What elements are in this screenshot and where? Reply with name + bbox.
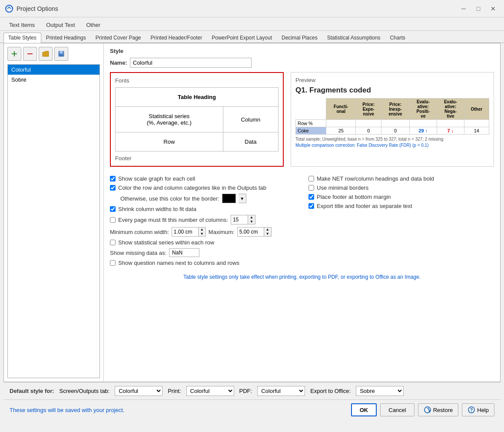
restore-button[interactable]: Restore xyxy=(418,403,459,416)
col-header-price-exp: Price:Expe-nsive xyxy=(356,99,381,120)
col-header-eval-neg: Evalu-ative:Nega-tive xyxy=(437,99,464,120)
color-row-col-row: Color the row and column categories like… xyxy=(110,185,295,191)
sub-tab-decimal-places[interactable]: Decimal Places xyxy=(277,33,322,43)
every-page-columns-input-group: ▲ ▼ xyxy=(231,215,255,224)
ok-button[interactable]: OK xyxy=(351,403,377,416)
min-col-width-label: Minimum column width: xyxy=(110,229,169,235)
sub-tab-bar: Table Styles Printed Headings Printed Co… xyxy=(0,31,504,43)
row-cell[interactable]: Row xyxy=(116,132,223,152)
help-label: Help xyxy=(477,407,489,413)
app-icon xyxy=(5,5,13,13)
sub-tab-printed-header-footer[interactable]: Printed Header/Footer xyxy=(146,33,207,43)
preview-footer1: Total sample; Unweighted; base n = from … xyxy=(295,136,489,142)
data-coke-other: 14 xyxy=(464,127,489,135)
save-style-button[interactable] xyxy=(54,47,68,61)
data-coke-functional: 25 xyxy=(326,127,356,135)
show-question-names-label: Show question names next to columns and … xyxy=(118,260,239,266)
every-page-columns-up[interactable]: ▲ xyxy=(248,215,255,220)
options-two-col: Show scale graph for each cell Color the… xyxy=(110,173,494,269)
minimize-button[interactable]: ─ xyxy=(458,3,469,14)
sub-tab-printed-headings[interactable]: Printed Headings xyxy=(41,33,91,43)
table-heading-cell[interactable]: Table Heading xyxy=(116,88,279,107)
tab-output-text[interactable]: Output Text xyxy=(40,19,80,30)
min-col-width-up[interactable]: ▲ xyxy=(199,228,206,232)
data-coke-price-exp: 0 xyxy=(356,127,381,135)
col-sub-other xyxy=(464,120,489,127)
col-sub-eval-neg xyxy=(437,120,464,127)
place-footer-checkbox[interactable] xyxy=(308,194,314,200)
sub-tab-charts[interactable]: Charts xyxy=(385,33,410,43)
make-net-bold-checkbox[interactable] xyxy=(308,176,314,181)
border-color-swatch[interactable] xyxy=(222,194,236,203)
max-label: Maximum: xyxy=(209,229,235,235)
use-minimal-borders-label: Use minimal borders xyxy=(317,185,368,191)
max-col-width-input[interactable] xyxy=(237,227,264,237)
maximize-button[interactable]: □ xyxy=(473,3,484,14)
shrink-col-widths-row: Shrink column widths to fit data xyxy=(110,206,295,212)
sub-tab-ppt-export-layout[interactable]: PowerPoint Export Layout xyxy=(207,33,277,43)
close-button[interactable]: ✕ xyxy=(487,3,499,14)
pdf-combo[interactable]: Colorful Sobre xyxy=(257,386,305,396)
style-list-item-colorful[interactable]: Colorful xyxy=(8,65,99,75)
help-button[interactable]: ? Help xyxy=(462,403,494,416)
remove-style-button[interactable] xyxy=(23,47,37,61)
min-col-width-input[interactable] xyxy=(172,227,199,237)
every-page-columns-down[interactable]: ▼ xyxy=(248,220,255,224)
use-minimal-borders-checkbox[interactable] xyxy=(308,185,314,191)
show-scale-graph-checkbox[interactable] xyxy=(110,176,116,181)
col-sub-price-inexp xyxy=(381,120,409,127)
max-col-width-down[interactable]: ▼ xyxy=(264,232,271,236)
style-list: Colorful Sobre xyxy=(7,64,100,378)
fonts-box: Fonts Table Heading Statistical series(%… xyxy=(110,72,284,167)
every-page-columns-input[interactable] xyxy=(231,215,248,224)
right-panel: Style Name: Fonts Table Heading xyxy=(104,43,500,382)
export-title-row: Export title and footer as separate text xyxy=(308,203,494,209)
export-to-office-combo[interactable]: Sobre Colorful xyxy=(356,386,404,396)
svg-rect-2 xyxy=(12,53,17,54)
tab-other[interactable]: Other xyxy=(81,19,106,30)
data-coke-eval-pos: 29 ↑ xyxy=(409,127,437,135)
style-section-header: Style xyxy=(110,48,494,54)
add-style-button[interactable] xyxy=(7,47,21,61)
statistical-series-cell[interactable]: Statistical series(%, Average, etc.) xyxy=(116,107,223,132)
print-combo[interactable]: Colorful Sobre xyxy=(186,386,234,396)
tab-text-items[interactable]: Text Items xyxy=(3,19,40,30)
color-row-col-checkbox[interactable] xyxy=(110,185,116,191)
footer-label: Footer xyxy=(115,155,279,162)
min-col-width-down[interactable]: ▼ xyxy=(199,232,206,236)
style-name-input[interactable] xyxy=(130,58,252,68)
restore-label: Restore xyxy=(433,407,453,413)
border-color-dropdown[interactable]: ▼ xyxy=(239,194,246,203)
svg-point-7 xyxy=(424,407,431,413)
show-stat-series-label: Show statistical series within each row xyxy=(118,239,214,246)
svg-text:?: ? xyxy=(470,408,473,412)
data-cell[interactable]: Data xyxy=(223,132,278,152)
svg-rect-5 xyxy=(60,51,63,53)
border-color-row: Otherwise, use this color for the border… xyxy=(120,194,295,203)
title-bar: Project Options ─ □ ✕ xyxy=(0,0,504,17)
cancel-button[interactable]: Cancel xyxy=(380,403,414,416)
style-list-item-sobre[interactable]: Sobre xyxy=(8,75,99,85)
max-col-width-up[interactable]: ▲ xyxy=(264,228,271,232)
screen-outputs-combo[interactable]: Colorful Sobre xyxy=(115,386,162,396)
col-header-eval-pos: Evalu-ative:Positi-ve xyxy=(409,99,437,120)
export-title-label: Export title and footer as separate text xyxy=(317,203,412,209)
column-cell[interactable]: Column xyxy=(223,107,278,132)
style-toolbar xyxy=(7,47,100,61)
min-col-width-input-group: ▲ ▼ xyxy=(172,227,206,237)
show-question-names-checkbox[interactable] xyxy=(110,260,116,266)
use-minimal-borders-row: Use minimal borders xyxy=(308,185,494,191)
every-page-fit-checkbox[interactable] xyxy=(110,217,116,223)
sub-tab-printed-cover-page[interactable]: Printed Cover Page xyxy=(91,33,146,43)
sub-tab-statistical-assumptions[interactable]: Statistical Assumptions xyxy=(322,33,385,43)
export-title-checkbox[interactable] xyxy=(308,203,314,209)
preview-table: Functi-onal Price:Expe-nsive Price:Inexp… xyxy=(295,98,489,135)
shrink-col-widths-checkbox[interactable] xyxy=(110,206,116,212)
missing-data-input[interactable] xyxy=(169,248,199,257)
screen-outputs-label: Screen/Outputs tab: xyxy=(60,388,110,394)
show-stat-series-checkbox[interactable] xyxy=(110,240,116,245)
options-right: Make NET row/column headings and data bo… xyxy=(308,173,494,269)
sub-tab-table-styles[interactable]: Table Styles xyxy=(3,33,41,43)
svg-point-0 xyxy=(6,5,13,12)
open-style-button[interactable] xyxy=(39,47,53,61)
